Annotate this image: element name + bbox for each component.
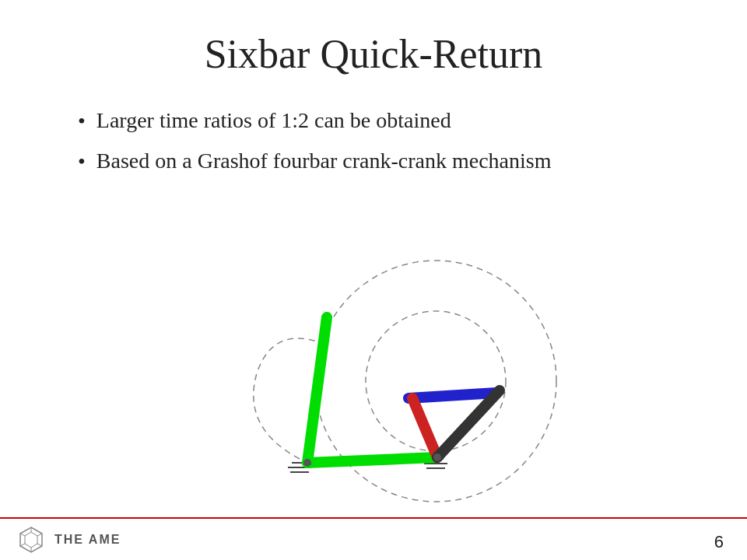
svg-line-19 — [37, 544, 42, 546]
bullet-item-2: Based on a Grashof fourbar crank-crank m… — [78, 149, 700, 175]
svg-line-10 — [409, 393, 496, 398]
svg-line-21 — [20, 544, 25, 546]
logo-area: THE AME — [16, 524, 121, 555]
svg-point-1 — [366, 311, 506, 451]
page-number: 6 — [714, 532, 724, 552]
bullet-text-2: Based on a Grashof fourbar crank-crank m… — [96, 149, 552, 173]
svg-line-9 — [307, 457, 437, 463]
bullet-text-1: Larger time ratios of 1:2 can be obtaine… — [96, 108, 451, 133]
svg-line-18 — [37, 534, 42, 536]
svg-marker-16 — [25, 532, 37, 548]
slide-title: Sixbar Quick-Return — [47, 31, 700, 77]
mechanism-diagram — [101, 218, 646, 513]
slide: Sixbar Quick-Return Larger time ratios o… — [0, 0, 747, 560]
logo-icon — [16, 524, 47, 555]
svg-line-11 — [412, 398, 437, 457]
svg-line-22 — [20, 534, 25, 536]
bottom-bar: THE AME — [0, 517, 747, 560]
bullet-item-1: Larger time ratios of 1:2 can be obtaine… — [78, 108, 700, 135]
mechanism-svg — [101, 218, 646, 513]
svg-point-13 — [433, 453, 441, 461]
logo-text: THE AME — [54, 533, 121, 547]
svg-line-8 — [307, 317, 327, 463]
svg-point-14 — [303, 459, 311, 467]
bullet-list: Larger time ratios of 1:2 can be obtaine… — [78, 108, 700, 174]
